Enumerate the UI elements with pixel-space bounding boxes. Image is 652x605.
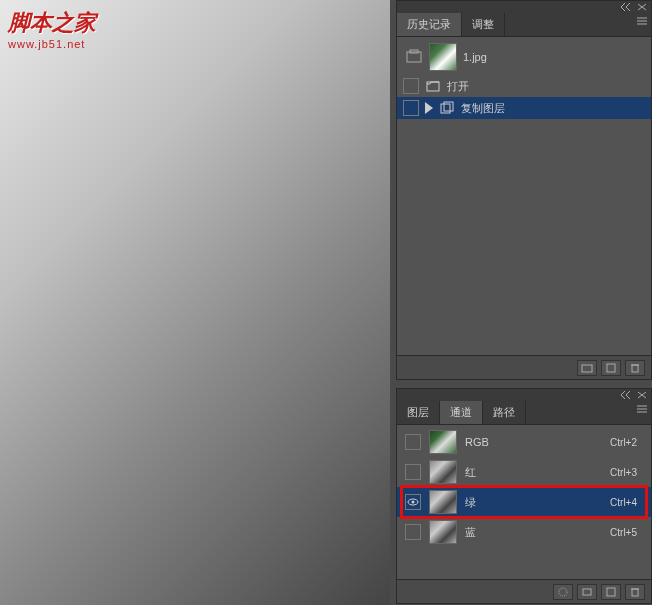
tab-history[interactable]: 历史记录 [397,13,462,36]
svg-rect-26 [632,589,638,596]
visibility-toggle[interactable] [405,524,421,540]
delete-button[interactable] [625,360,645,376]
svg-rect-11 [427,82,439,91]
svg-rect-25 [607,588,615,596]
new-document-button[interactable] [601,360,621,376]
tab-paths[interactable]: 路径 [483,401,526,424]
history-tabs: 历史记录 调整 [397,13,651,37]
visibility-toggle[interactable] [405,464,421,480]
visibility-toggle[interactable] [405,434,421,450]
new-channel-button[interactable] [601,584,621,600]
svg-rect-16 [632,365,638,372]
tab-adjustments[interactable]: 调整 [462,13,505,36]
svg-rect-24 [583,589,591,595]
panel-header [397,1,651,13]
save-selection-button[interactable] [577,584,597,600]
svg-rect-12 [441,104,450,113]
create-snapshot-button[interactable] [577,360,597,376]
open-icon [425,78,441,94]
history-thumbnail [429,43,457,71]
watermark-title: 脚本之家 [8,8,96,38]
channel-rgb[interactable]: RGB Ctrl+2 [397,427,651,457]
duplicate-icon [439,100,455,116]
tab-channels[interactable]: 通道 [440,401,483,424]
channel-shortcut: Ctrl+2 [610,437,643,448]
channels-footer [397,579,651,603]
channel-label: RGB [465,436,602,448]
channel-blue[interactable]: 蓝 Ctrl+5 [397,517,651,547]
channel-thumbnail [429,460,457,484]
channels-tabs: 图层 通道 路径 [397,401,651,425]
collapse-icon[interactable] [621,391,631,399]
panel-menu-icon[interactable] [637,405,647,413]
channel-red[interactable]: 红 Ctrl+3 [397,457,651,487]
panel-menu-icon[interactable] [637,17,647,25]
watermark-url: www.jb51.net [8,38,96,50]
collapse-icon[interactable] [621,3,631,11]
history-state-box [403,100,419,116]
history-item-duplicate[interactable]: 复制图层 [397,97,651,119]
history-source-label: 1.jpg [463,51,487,63]
svg-point-23 [559,588,567,596]
history-marker-icon [425,102,433,114]
document-canvas[interactable] [0,0,390,605]
svg-rect-13 [444,102,453,111]
channel-thumbnail [429,430,457,454]
svg-rect-14 [582,365,592,372]
history-panel: 历史记录 调整 1.jpg 打开 复制图层 [396,0,652,380]
history-item-open[interactable]: 打开 [397,75,651,97]
watermark: 脚本之家 www.jb51.net [8,8,96,50]
channel-label: 蓝 [465,525,602,540]
history-state-box [403,78,419,94]
history-item-label: 复制图层 [461,101,505,116]
channel-shortcut: Ctrl+5 [610,527,643,538]
tab-layers[interactable]: 图层 [397,401,440,424]
history-footer [397,355,651,379]
channel-shortcut: Ctrl+3 [610,467,643,478]
svg-rect-15 [607,364,615,372]
history-source-row[interactable]: 1.jpg [397,39,651,75]
history-body: 1.jpg 打开 复制图层 [397,37,651,121]
annotation-highlight [400,485,648,519]
close-icon[interactable] [637,391,647,399]
load-selection-button[interactable] [553,584,573,600]
history-item-label: 打开 [447,79,469,94]
channel-label: 红 [465,465,602,480]
panel-header [397,389,651,401]
delete-channel-button[interactable] [625,584,645,600]
close-icon[interactable] [637,3,647,11]
snapshot-icon [405,48,423,66]
channel-thumbnail [429,520,457,544]
